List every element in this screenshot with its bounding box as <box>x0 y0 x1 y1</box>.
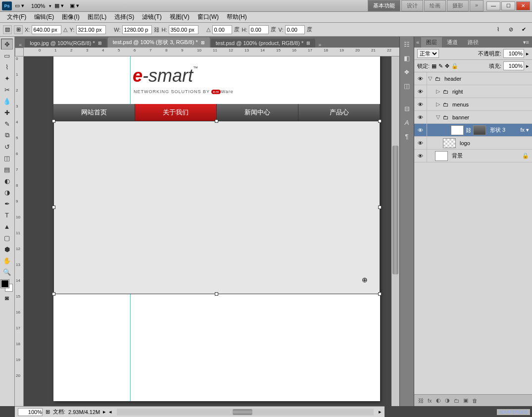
scrollbar-vertical[interactable] <box>391 56 399 406</box>
layer-fx-icon[interactable]: fx <box>428 398 432 404</box>
arrange-dropdown[interactable]: ▦ ▾ <box>51 1 67 10</box>
heal-tool[interactable]: ✚ <box>1 107 13 118</box>
layer-row[interactable]: 👁logo <box>414 137 532 150</box>
layer-name[interactable]: header <box>444 76 461 82</box>
visibility-toggle[interactable]: 👁 <box>414 150 427 162</box>
zoom-level[interactable]: 100% <box>27 2 49 10</box>
new-layer-icon[interactable]: ▣ <box>463 397 468 404</box>
doc-tab-3[interactable]: test.psd @ 100% (product, RGB/8) *⊠ <box>211 39 315 48</box>
adjustments-panel-icon[interactable]: ⊟ <box>401 103 413 114</box>
handle-tr[interactable] <box>378 119 382 123</box>
ruler-vertical[interactable]: 01234567891011121314151617181920 <box>15 56 24 406</box>
pen-tool[interactable]: ✒ <box>1 198 13 209</box>
lock-position-icon[interactable]: ✥ <box>445 63 449 69</box>
gradient-tool[interactable]: ▤ <box>1 164 13 175</box>
visibility-toggle[interactable]: 👁 <box>414 111 427 123</box>
tab-scroll-right[interactable]: » <box>316 42 323 48</box>
menu-layer[interactable]: 图层(L) <box>84 12 111 22</box>
menu-image[interactable]: 图像(I) <box>58 12 83 22</box>
workspace-painting[interactable]: 绘画 <box>424 0 446 11</box>
commit-transform-icon[interactable]: ✔ <box>518 24 529 35</box>
handle-bl[interactable] <box>52 292 55 296</box>
color-panel-icon[interactable]: ◧ <box>401 52 413 63</box>
close-icon[interactable]: ⊠ <box>98 41 102 46</box>
menu-edit[interactable]: 编辑(E) <box>30 12 58 22</box>
h-input[interactable] <box>169 25 198 34</box>
scroll-thumb[interactable] <box>392 146 398 274</box>
eyedropper-tool[interactable]: 💧 <box>1 96 13 106</box>
transform-center-icon[interactable]: ⊕ <box>362 276 368 284</box>
tab-layers[interactable]: 图层 <box>421 37 442 48</box>
handle-ml[interactable] <box>52 206 55 209</box>
visibility-toggle[interactable]: 👁 <box>414 124 427 136</box>
eraser-tool[interactable]: ◫ <box>1 153 13 163</box>
stamp-tool[interactable]: ⧉ <box>1 130 13 141</box>
expand-icon[interactable]: ⊞ <box>46 409 50 415</box>
expand-arrow[interactable]: ▷ <box>435 101 441 107</box>
panel-collapse-arrow[interactable]: « <box>414 39 421 45</box>
history-brush-tool[interactable]: ↺ <box>1 141 13 152</box>
workspace-essentials[interactable]: 基本功能 <box>368 0 400 11</box>
wand-tool[interactable]: ✦ <box>1 73 13 84</box>
opacity-input[interactable] <box>503 49 524 58</box>
cancel-transform-icon[interactable]: ⊘ <box>505 24 516 35</box>
3d-tool[interactable]: ⬢ <box>1 244 13 255</box>
link-layers-icon[interactable]: ⛓ <box>418 398 424 404</box>
fill-flyout-icon[interactable]: ▸ <box>526 63 529 69</box>
maximize-button[interactable]: ☐ <box>501 1 515 10</box>
visibility-toggle[interactable]: 👁 <box>414 98 427 110</box>
layer-name[interactable]: right <box>452 89 463 95</box>
quickmask-tool[interactable]: ◙ <box>1 292 13 303</box>
close-button[interactable]: ✕ <box>516 1 530 10</box>
opacity-flyout-icon[interactable]: ▸ <box>526 51 529 57</box>
link-icon[interactable]: ⛓ <box>466 127 471 133</box>
menu-select[interactable]: 选择(S) <box>110 12 138 22</box>
handle-tc[interactable] <box>215 119 218 123</box>
expand-arrow[interactable]: ▽ <box>435 114 441 120</box>
ruler-horizontal[interactable]: 012345678910111213141516171819202122 <box>24 48 399 56</box>
doc-info-flyout[interactable]: ▸ <box>103 409 106 415</box>
lasso-tool[interactable]: ⌇ <box>1 61 13 72</box>
scrollbar-horizontal[interactable] <box>117 409 374 416</box>
path-select-tool[interactable]: ▲ <box>1 221 13 232</box>
layer-thumb[interactable] <box>435 151 448 161</box>
character-panel-icon[interactable]: A <box>401 117 413 128</box>
link-icon[interactable]: ⛓ <box>154 27 159 33</box>
layer-name[interactable]: menus <box>452 102 469 107</box>
move-tool[interactable]: ✥ <box>1 39 13 50</box>
close-icon[interactable]: ⊠ <box>306 41 310 46</box>
handle-br[interactable] <box>378 292 382 296</box>
menu-view[interactable]: 视图(V) <box>166 12 193 22</box>
fill-input[interactable] <box>503 61 524 70</box>
workspace-photography[interactable]: 摄影 <box>447 0 469 11</box>
x-input[interactable] <box>32 25 61 34</box>
lock-all-icon[interactable]: 🔒 <box>451 63 458 69</box>
history-panel-icon[interactable]: ☷ <box>401 39 413 50</box>
minimize-button[interactable]: — <box>486 1 500 10</box>
layer-row[interactable]: 👁⛓形状 3fx ▾ <box>414 124 532 137</box>
crop-tool[interactable]: ✂ <box>1 84 13 95</box>
menu-file[interactable]: 文件(F) <box>3 12 30 22</box>
color-swatches[interactable] <box>1 280 13 292</box>
menu-filter[interactable]: 滤镜(T) <box>138 12 165 22</box>
warp-mode-icon[interactable]: ⌇ <box>492 24 503 35</box>
transform-tool-icon[interactable]: ▧ <box>3 25 12 34</box>
brush-tool[interactable]: ✎ <box>1 118 13 129</box>
tab-paths[interactable]: 路径 <box>463 37 484 48</box>
shape-tool[interactable]: ▢ <box>1 232 13 243</box>
skew-h-input[interactable] <box>249 25 269 34</box>
hand-tool[interactable]: ✋ <box>1 255 13 266</box>
w-input[interactable] <box>122 25 152 34</box>
workspace-design[interactable]: 设计 <box>401 0 423 11</box>
scroll-left-icon[interactable]: ◂ <box>109 409 112 415</box>
reference-point-icon[interactable]: ⊞ <box>14 25 23 34</box>
layer-name[interactable]: banner <box>452 114 469 120</box>
expand-arrow[interactable]: ▽ <box>427 75 433 82</box>
close-icon[interactable]: ⊠ <box>201 40 205 45</box>
doc-tab-1[interactable]: logo.jpg @ 100%(RGB/8) *⊠ <box>25 39 107 48</box>
new-adjustment-icon[interactable]: ◑ <box>445 397 450 404</box>
lock-transparency-icon[interactable]: ▦ <box>432 63 436 69</box>
layer-name[interactable]: logo <box>460 140 470 146</box>
view-mode-dropdown[interactable]: ▭ ▾ <box>12 1 27 10</box>
layer-row[interactable]: 👁▷🗀right <box>414 85 532 98</box>
